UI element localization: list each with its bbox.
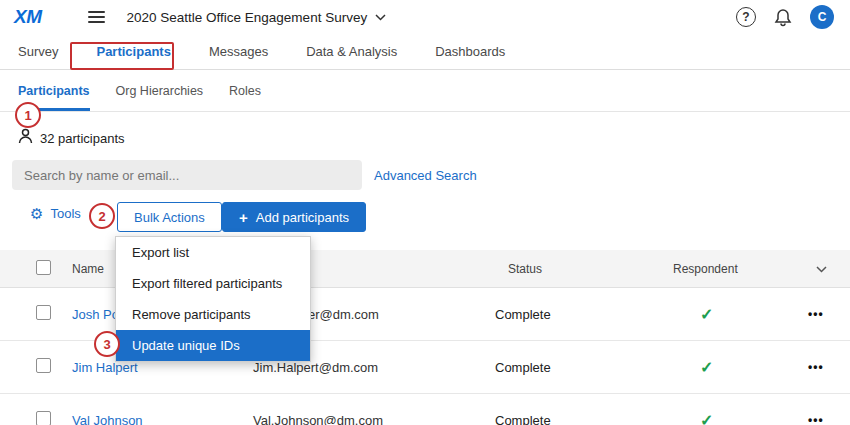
tools-label: Tools bbox=[50, 206, 80, 221]
participant-name-link[interactable]: Val Johnson bbox=[72, 413, 143, 425]
tab-messages[interactable]: Messages bbox=[209, 44, 268, 59]
tab-data-analysis[interactable]: Data & Analysis bbox=[306, 44, 397, 59]
subtab-roles[interactable]: Roles bbox=[229, 70, 261, 111]
menu-item-update-unique-ids[interactable]: Update unique IDs bbox=[116, 330, 310, 361]
respondent-check-icon: ✓ bbox=[700, 305, 713, 324]
survey-title: 2020 Seattle Office Engagement Survey bbox=[127, 10, 368, 25]
search-row: Advanced Search bbox=[12, 160, 477, 190]
tab-survey[interactable]: Survey bbox=[18, 44, 58, 59]
chevron-down-icon[interactable] bbox=[375, 14, 386, 21]
plus-icon: + bbox=[239, 209, 248, 226]
bulk-actions-menu: Export list Export filtered participants… bbox=[115, 236, 311, 362]
row-checkbox[interactable] bbox=[36, 358, 51, 373]
participant-count-label: 32 participants bbox=[40, 131, 125, 146]
add-participants-label: Add participants bbox=[256, 210, 349, 225]
main-nav: Survey Participants Messages Data & Anal… bbox=[0, 34, 850, 70]
select-all-checkbox[interactable] bbox=[36, 260, 51, 275]
sub-nav: Participants Org Hierarchies Roles bbox=[0, 70, 850, 112]
person-icon bbox=[18, 128, 33, 148]
participant-status: Complete bbox=[495, 307, 551, 322]
row-actions-menu-icon[interactable]: ••• bbox=[808, 413, 824, 425]
column-header-status: Status bbox=[508, 262, 542, 276]
column-header-respondent: Respondent bbox=[673, 262, 738, 276]
user-avatar[interactable]: C bbox=[810, 5, 834, 29]
hamburger-menu-icon[interactable] bbox=[88, 8, 105, 26]
participant-status: Complete bbox=[495, 413, 551, 425]
bulk-actions-button[interactable]: Bulk Actions bbox=[117, 202, 222, 232]
add-participants-button[interactable]: + Add participants bbox=[222, 202, 366, 232]
column-options-chevron-icon[interactable] bbox=[816, 262, 827, 276]
tab-dashboards[interactable]: Dashboards bbox=[435, 44, 505, 59]
participant-count: 32 participants bbox=[18, 128, 125, 148]
table-row: Val Johnson Val.Johnson@dm.com Complete … bbox=[0, 394, 850, 425]
top-bar: XM 2020 Seattle Office Engagement Survey… bbox=[0, 0, 850, 34]
column-header-name: Name bbox=[72, 262, 104, 276]
participant-status: Complete bbox=[495, 360, 551, 375]
search-input[interactable] bbox=[12, 160, 362, 190]
help-icon[interactable]: ? bbox=[736, 7, 756, 27]
respondent-check-icon: ✓ bbox=[700, 411, 713, 425]
app-window: XM 2020 Seattle Office Engagement Survey… bbox=[0, 0, 850, 425]
advanced-search-link[interactable]: Advanced Search bbox=[374, 168, 477, 183]
subtab-participants[interactable]: Participants bbox=[18, 70, 90, 111]
tab-participants[interactable]: Participants bbox=[96, 44, 170, 59]
subtab-org-hierarchies[interactable]: Org Hierarchies bbox=[116, 70, 204, 111]
respondent-check-icon: ✓ bbox=[700, 358, 713, 377]
menu-item-export-filtered[interactable]: Export filtered participants bbox=[116, 268, 310, 299]
gear-icon: ⚙ bbox=[30, 206, 43, 221]
row-actions-menu-icon[interactable]: ••• bbox=[808, 360, 824, 374]
row-checkbox[interactable] bbox=[36, 305, 51, 320]
notifications-bell-icon[interactable] bbox=[774, 8, 792, 27]
row-actions-menu-icon[interactable]: ••• bbox=[808, 307, 824, 321]
menu-item-export-list[interactable]: Export list bbox=[116, 237, 310, 268]
tools-button[interactable]: ⚙ Tools bbox=[30, 206, 81, 221]
xm-logo: XM bbox=[14, 6, 42, 28]
actions-toolbar: ⚙ Tools Bulk Actions + Add participants bbox=[0, 202, 850, 232]
participant-email: Val.Johnson@dm.com bbox=[253, 413, 383, 425]
menu-item-remove-participants[interactable]: Remove participants bbox=[116, 299, 310, 330]
row-checkbox[interactable] bbox=[36, 411, 51, 425]
